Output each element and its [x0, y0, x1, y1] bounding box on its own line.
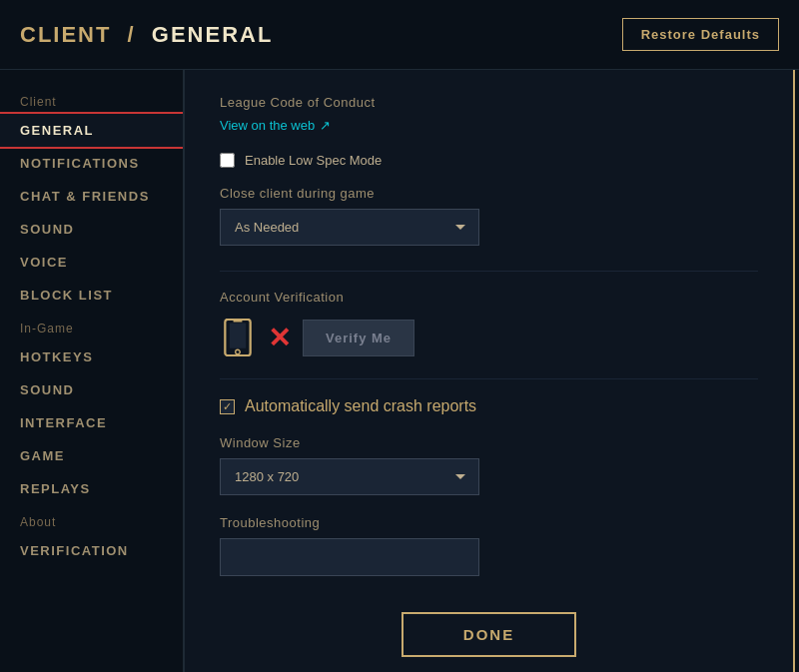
page-title: CLIENT / GENERAL	[20, 22, 273, 48]
crash-reports-label[interactable]: Automatically send crash reports	[245, 397, 476, 415]
sidebar-item-hotkeys[interactable]: HOTKEYS	[0, 340, 183, 373]
phone-icon	[220, 317, 256, 358]
window-size-section: Window Size 1280 x 720 1024 x 576 1600 x…	[220, 435, 758, 495]
sidebar-category-client: Client	[0, 85, 183, 114]
troubleshooting-label: Troubleshooting	[220, 515, 758, 530]
view-on-web-link[interactable]: View on the web ↗	[220, 118, 758, 133]
divider-1	[220, 271, 758, 272]
main-layout: Client GENERAL NOTIFICATIONS CHAT & FRIE…	[0, 70, 799, 672]
account-verification-label: Account Verification	[220, 290, 758, 305]
sidebar-item-verification[interactable]: VERIFICATION	[0, 534, 183, 567]
right-accent-bar	[793, 70, 799, 672]
view-on-web-text: View on the web	[220, 118, 315, 133]
divider-2	[220, 378, 758, 379]
svg-rect-1	[230, 324, 246, 348]
close-client-section: Close client during game As Needed Never…	[220, 186, 758, 246]
low-spec-checkbox[interactable]	[220, 153, 235, 168]
sidebar-item-chat-friends[interactable]: CHAT & FRIENDS	[0, 180, 183, 213]
league-code-label: League Code of Conduct	[220, 95, 758, 110]
sidebar-item-general[interactable]: GENERAL	[0, 114, 183, 147]
crash-reports-row: Automatically send crash reports	[220, 397, 758, 415]
window-size-label: Window Size	[220, 435, 758, 450]
window-size-dropdown[interactable]: 1280 x 720 1024 x 576 1600 x 900	[220, 458, 479, 495]
sidebar-item-interface[interactable]: INTERFACE	[0, 406, 183, 439]
sidebar-item-voice[interactable]: VOICE	[0, 246, 183, 279]
done-button[interactable]: DONE	[401, 612, 576, 657]
sidebar-item-sound-ingame[interactable]: SOUND	[0, 373, 183, 406]
breadcrumb-slash: /	[128, 22, 144, 47]
svg-point-2	[236, 349, 241, 354]
sidebar-category-about: About	[0, 505, 183, 534]
verify-row: ✕ Verify Me	[220, 317, 758, 358]
sidebar-item-replays[interactable]: REPLAYS	[0, 472, 183, 505]
verify-me-button[interactable]: Verify Me	[303, 320, 414, 356]
external-link-icon: ↗	[320, 118, 331, 133]
sidebar: Client GENERAL NOTIFICATIONS CHAT & FRIE…	[0, 70, 185, 672]
troubleshooting-section: Troubleshooting	[220, 515, 758, 576]
sidebar-item-game[interactable]: GAME	[0, 439, 183, 472]
sidebar-item-sound[interactable]: SOUND	[0, 213, 183, 246]
crash-reports-checkbox[interactable]	[220, 399, 235, 414]
content-area: League Code of Conduct View on the web ↗…	[185, 70, 793, 672]
x-mark-icon: ✕	[268, 322, 291, 354]
sidebar-item-notifications[interactable]: NOTIFICATIONS	[0, 147, 183, 180]
header: CLIENT / GENERAL Restore Defaults	[0, 0, 799, 70]
close-client-dropdown[interactable]: As Needed Never Always	[220, 209, 479, 246]
section-label: GENERAL	[152, 22, 274, 47]
sidebar-item-block-list[interactable]: BLOCK LIST	[0, 279, 183, 312]
low-spec-label[interactable]: Enable Low Spec Mode	[245, 153, 382, 168]
sidebar-category-ingame: In-Game	[0, 312, 183, 340]
close-client-label: Close client during game	[220, 186, 758, 201]
account-verification-section: Account Verification ✕ Verify Me	[220, 290, 758, 358]
done-section: DONE	[185, 597, 793, 672]
restore-defaults-button[interactable]: Restore Defaults	[622, 18, 779, 51]
troubleshooting-input[interactable]	[220, 538, 479, 576]
client-label: CLIENT	[20, 22, 111, 47]
low-spec-row: Enable Low Spec Mode	[220, 153, 758, 168]
